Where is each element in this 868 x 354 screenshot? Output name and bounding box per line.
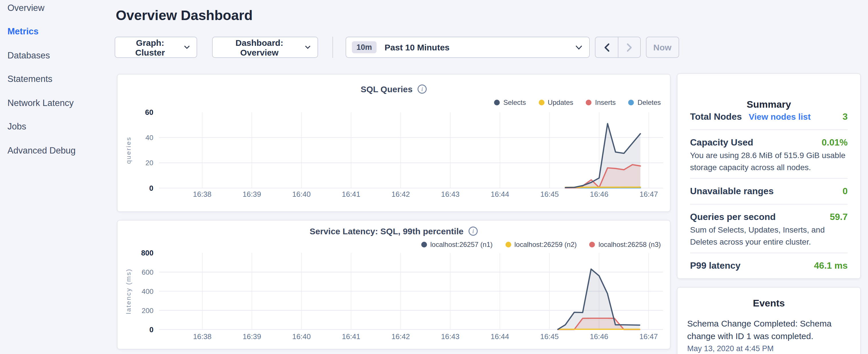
summary-row-value: 59.7 bbox=[830, 211, 848, 223]
y-axis-title: queries bbox=[125, 136, 132, 164]
service-latency-chart: 16:3816:3916:4016:4116:4216:4316:4416:45… bbox=[118, 221, 670, 349]
sql-queries-chart-card: SQL Queries i SelectsUpdatesInsertsDelet… bbox=[117, 74, 671, 212]
summary-rows: Total NodesView nodes list3Capacity Used… bbox=[690, 110, 848, 278]
x-axis-tick-label: 16:42 bbox=[392, 190, 410, 198]
chevron-right-icon bbox=[626, 43, 632, 52]
events-list: Schema Change Completed: Schema change w… bbox=[687, 317, 850, 353]
y-axis-tick-label: 600 bbox=[142, 268, 153, 276]
time-range-badge: 10m bbox=[352, 41, 376, 53]
y-axis-tick-label: 0 bbox=[149, 184, 153, 192]
x-axis-tick-label: 16:43 bbox=[441, 332, 459, 341]
x-axis-tick-label: 16:41 bbox=[342, 332, 360, 341]
chevron-down-icon bbox=[305, 45, 311, 49]
sidebar-item-statements[interactable]: Statements bbox=[7, 67, 115, 91]
x-axis-tick-label: 16:47 bbox=[639, 332, 658, 341]
x-axis-tick-label: 16:43 bbox=[441, 190, 459, 198]
summary-row-total-nodes: Total NodesView nodes list3 bbox=[690, 110, 848, 129]
sql-queries-chart: 16:3816:3916:4016:4116:4216:4316:4416:45… bbox=[118, 74, 670, 212]
summary-row-label: Capacity Used bbox=[690, 137, 753, 148]
summary-row-note: You are using 28.6 MiB of 515.9 GiB usab… bbox=[690, 149, 848, 174]
view-nodes-link[interactable]: View nodes list bbox=[749, 111, 811, 122]
y-axis-tick-label: 200 bbox=[142, 307, 153, 315]
events-title: Events bbox=[687, 298, 850, 309]
service-latency-chart-card: Service Latency: SQL, 99th percentile i … bbox=[117, 220, 671, 349]
x-axis-tick-label: 16:45 bbox=[540, 332, 559, 341]
summary-row-label: Queries per second bbox=[690, 211, 776, 223]
y-axis-title: latency (ms) bbox=[125, 268, 132, 314]
summary-panel: Summary Total NodesView nodes list3Capac… bbox=[677, 73, 861, 279]
y-axis-tick-label: 60 bbox=[145, 108, 153, 116]
dashboard-label: Dashboard: Overview bbox=[219, 37, 299, 57]
time-range-dropdown[interactable]: 10m Past 10 Minutes bbox=[346, 37, 590, 58]
event-text[interactable]: Schema Change Completed: Schema change w… bbox=[687, 317, 850, 343]
controls-divider bbox=[333, 37, 333, 58]
x-axis-tick-label: 16:44 bbox=[491, 332, 509, 341]
summary-row-queries-per-second: Queries per second59.7Sum of Selects, Up… bbox=[690, 204, 848, 252]
summary-title: Summary bbox=[690, 99, 848, 110]
x-axis-tick-label: 16:45 bbox=[540, 190, 559, 198]
chevron-down-icon bbox=[576, 45, 582, 50]
x-axis-tick-label: 16:40 bbox=[292, 190, 311, 198]
page-title: Overview Dashboard bbox=[116, 7, 253, 24]
summary-row-capacity-used: Capacity Used0.01%You are using 28.6 MiB… bbox=[690, 129, 848, 178]
summary-row-value: 0 bbox=[842, 185, 848, 197]
sidebar-item-advanced-debug[interactable]: Advanced Debug bbox=[7, 139, 115, 162]
x-axis-tick-label: 16:47 bbox=[640, 190, 658, 198]
y-axis-tick-label: 800 bbox=[141, 249, 154, 257]
summary-row-value: 3 bbox=[842, 111, 848, 122]
summary-row-unavailable-ranges: Unavailable ranges0 bbox=[690, 178, 848, 204]
now-button[interactable]: Now bbox=[646, 37, 679, 58]
sidebar-item-metrics[interactable]: Metrics bbox=[7, 20, 115, 43]
chevron-down-icon bbox=[184, 45, 190, 49]
dashboard-dropdown[interactable]: Dashboard: Overview bbox=[212, 37, 318, 58]
x-axis-tick-label: 16:38 bbox=[193, 332, 212, 341]
sidebar: OverviewMetricsDatabasesStatementsNetwor… bbox=[0, 0, 115, 354]
chevron-left-icon bbox=[604, 43, 610, 52]
summary-row-label: Unavailable ranges bbox=[690, 185, 774, 197]
x-axis-tick-label: 16:39 bbox=[243, 190, 261, 198]
x-axis-tick-label: 16:41 bbox=[342, 190, 360, 198]
y-axis-tick-label: 20 bbox=[145, 159, 153, 167]
x-axis-tick-label: 16:44 bbox=[491, 190, 509, 198]
x-axis-tick-label: 16:39 bbox=[243, 332, 261, 341]
summary-row-p99-latency: P99 latency46.1 ms bbox=[690, 252, 848, 278]
x-axis-tick-label: 16:42 bbox=[392, 332, 410, 341]
x-axis-tick-label: 16:46 bbox=[590, 190, 608, 198]
time-window-nav bbox=[595, 37, 641, 58]
sidebar-item-overview[interactable]: Overview bbox=[7, 0, 115, 20]
x-axis-tick-label: 16:38 bbox=[193, 190, 211, 198]
sidebar-item-jobs[interactable]: Jobs bbox=[7, 115, 115, 139]
y-axis-tick-label: 40 bbox=[145, 134, 153, 141]
time-prev-button[interactable] bbox=[595, 37, 618, 57]
summary-row-label: Total Nodes bbox=[690, 111, 742, 122]
db-console-app: OverviewMetricsDatabasesStatementsNetwor… bbox=[0, 0, 868, 354]
sidebar-item-databases[interactable]: Databases bbox=[7, 43, 115, 67]
summary-row-note: Sum of Selects, Updates, Inserts, and De… bbox=[690, 224, 848, 248]
events-panel: Events Schema Change Completed: Schema c… bbox=[677, 287, 861, 354]
time-next-button[interactable] bbox=[618, 37, 640, 57]
graph-scope-label: Graph: Cluster bbox=[122, 37, 178, 57]
time-range-label: Past 10 Minutes bbox=[384, 42, 450, 52]
event-timestamp: May 13, 2020 at 4:45 PM bbox=[687, 344, 850, 353]
y-axis-tick-label: 0 bbox=[149, 326, 153, 334]
sidebar-nav-list: OverviewMetricsDatabasesStatementsNetwor… bbox=[0, 0, 115, 162]
y-axis-tick-label: 400 bbox=[142, 288, 153, 295]
summary-row-value: 0.01% bbox=[822, 137, 848, 148]
graph-scope-dropdown[interactable]: Graph: Cluster bbox=[115, 37, 197, 58]
sidebar-item-network-latency[interactable]: Network Latency bbox=[7, 91, 115, 115]
summary-row-label: P99 latency bbox=[690, 260, 741, 271]
x-axis-tick-label: 16:40 bbox=[292, 332, 311, 341]
summary-row-value: 46.1 ms bbox=[814, 260, 848, 271]
x-axis-tick-label: 16:46 bbox=[590, 332, 608, 341]
controls-row: Graph: Cluster Dashboard: Overview 10m P… bbox=[115, 37, 679, 58]
